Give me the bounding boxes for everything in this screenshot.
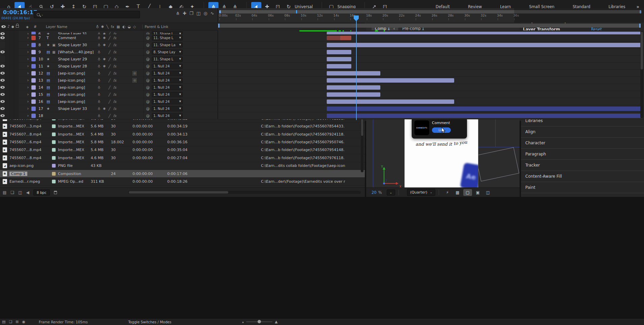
layer-collapse-switch[interactable]: ✱: [103, 107, 106, 111]
panel-section-item[interactable]: Tracker: [521, 160, 644, 171]
layer-label-swatch[interactable]: [31, 107, 36, 111]
layer-audio-cell[interactable]: [5, 70, 10, 77]
trash-icon[interactable]: [54, 191, 57, 194]
layer-shy-switch[interactable]: ♁: [98, 43, 100, 47]
layer-expand-icon[interactable]: ›: [25, 42, 31, 47]
magnification-dropdown[interactable]: ⌄: [387, 189, 396, 196]
layer-quality-switch[interactable]: ╱: [109, 43, 111, 47]
layer-audio-cell[interactable]: [5, 105, 10, 112]
layer-lock-cell[interactable]: [14, 34, 19, 41]
pickwhip-icon[interactable]: @: [146, 78, 150, 83]
layer-duration-bar[interactable]: [327, 92, 380, 97]
layer-extra-switch[interactable]: ⊞: [133, 78, 137, 83]
layer-shy-switch[interactable]: ♁: [98, 86, 100, 89]
layer-name[interactable]: Comment: [58, 36, 98, 40]
layer-visibility-icon[interactable]: [0, 114, 5, 117]
layer-solo-cell[interactable]: [10, 91, 14, 98]
layer-audio-cell[interactable]: [5, 77, 10, 84]
layer-fx-switch[interactable]: fx: [113, 114, 116, 118]
layer-quality-switch[interactable]: ╱: [109, 57, 111, 61]
project-table-row[interactable]: ▶ 7455607...6.mp4 Importe...MEX 5.8 MB 1…: [0, 138, 365, 146]
work-area-bar[interactable]: [218, 24, 641, 28]
layer-quality-switch[interactable]: ╱: [109, 36, 111, 40]
viewer-option-icon[interactable]: ◫: [484, 189, 492, 196]
layer-visibility-icon[interactable]: [0, 100, 5, 103]
layer-quality-switch[interactable]: ╱: [109, 50, 111, 54]
layer-shy-switch[interactable]: ♁: [98, 57, 100, 61]
layer-label-swatch[interactable]: [31, 114, 36, 118]
layer-quality-switch[interactable]: ╱: [109, 100, 111, 104]
layer-audio-cell[interactable]: [5, 91, 10, 98]
label-color-swatch[interactable]: [52, 124, 56, 128]
layer-lock-cell[interactable]: [14, 112, 19, 119]
switch-column-icon[interactable]: fx: [111, 25, 114, 29]
layer-name-column-header[interactable]: Layer Name: [46, 25, 96, 29]
viewer-option-icon[interactable]: ⚡: [443, 189, 452, 196]
item-name[interactable]: 7455607...8.mp4: [9, 156, 41, 160]
layer-duration-bar[interactable]: [327, 43, 641, 47]
layer-row[interactable]: › 13 ▤ [aep-icon.png] ♁ ✱ ╱ fx ⊞: [0, 77, 644, 84]
layer-visibility-icon[interactable]: [0, 72, 5, 75]
timeline-zoom-slider[interactable]: ▲ ▲: [242, 320, 277, 324]
layer-lock-cell[interactable]: [14, 63, 19, 70]
layer-duration-bar[interactable]: [327, 57, 351, 61]
pickwhip-icon[interactable]: @: [146, 50, 150, 54]
layer-visibility-icon[interactable]: [0, 79, 5, 82]
layer-name[interactable]: Shape Layer 28: [58, 64, 98, 68]
parent-dropdown[interactable]: 1. Null 24▼: [152, 85, 183, 90]
layer-track[interactable]: [217, 70, 644, 77]
layer-row[interactable]: › 7 T Comment ♁ ✱ ╱ fx: [0, 34, 644, 41]
project-table-row[interactable]: ▶ Earnedi...r.mpeg MPEG Op...ed 311 KB 0…: [0, 178, 365, 185]
layer-collapse-switch[interactable]: ✱: [103, 43, 106, 47]
layer-quality-switch[interactable]: ╱: [109, 86, 111, 89]
layer-shy-switch[interactable]: ♁: [98, 71, 100, 75]
layer-solo-cell[interactable]: [10, 77, 14, 84]
magnification-value[interactable]: 20: [372, 190, 377, 195]
panel-section-item[interactable]: Content-Aware Fill: [521, 171, 644, 182]
layer-duration-bar[interactable]: [327, 107, 641, 111]
layer-name[interactable]: [aep-icon.png]: [58, 99, 98, 104]
pickwhip-icon[interactable]: @: [146, 85, 150, 90]
layer-lock-cell[interactable]: [14, 70, 19, 77]
layer-lock-cell[interactable]: [14, 56, 19, 63]
label-color-swatch[interactable]: [52, 140, 56, 144]
layer-fx-switch[interactable]: fx: [113, 86, 116, 89]
switch-column-icon[interactable]: ♁: [96, 25, 99, 29]
layer-label-swatch[interactable]: [31, 50, 36, 54]
layer-solo-cell[interactable]: [10, 34, 14, 41]
label-color-swatch[interactable]: [52, 156, 56, 160]
layer-lock-cell[interactable]: [14, 49, 19, 56]
timeline-toolbar-icon[interactable]: ✚: [183, 11, 186, 16]
project-table-row[interactable]: ▶ 7455607...8.mp4 Importe...MEX 5.4 MB 3…: [0, 130, 365, 138]
layer-name[interactable]: [aep-icon.png]: [58, 92, 98, 97]
layer-expand-icon[interactable]: ›: [25, 50, 31, 54]
layer-track[interactable]: [217, 56, 644, 62]
project-table-row[interactable]: ▶ 7455607...8.mp4 Importe...MEX 4.6 MB 3…: [0, 154, 365, 162]
item-name[interactable]: Earnedi...r.mpeg: [9, 179, 40, 184]
layer-shy-switch[interactable]: ♁: [98, 36, 100, 40]
layer-row[interactable]: › 17 ★ Shape Layer 33 ♁ ✱ ╱ fx: [0, 105, 644, 112]
layer-quality-switch[interactable]: ╱: [109, 79, 111, 82]
status-bar-icon[interactable]: ❏: [9, 320, 12, 324]
layer-lock-cell[interactable]: [14, 77, 19, 84]
layer-track[interactable]: [217, 84, 644, 91]
layer-row[interactable]: › 16 ▤ [aep-icon.png] ♁ ✱ ╱ fx: [0, 98, 644, 105]
timeline-toolbar-icon[interactable]: ◫: [196, 11, 200, 16]
project-table-row[interactable]: ▶ 7455607...8.mp4 Importe...MEX 5.4 MB 3…: [0, 146, 365, 154]
layer-label-swatch[interactable]: [31, 71, 36, 76]
layer-track[interactable]: [217, 34, 644, 41]
pickwhip-icon[interactable]: @: [146, 64, 150, 68]
layer-visibility-icon[interactable]: [0, 93, 5, 96]
layer-expand-icon[interactable]: ›: [25, 106, 31, 111]
pickwhip-icon[interactable]: @: [146, 71, 150, 76]
layer-audio-cell[interactable]: [5, 41, 10, 49]
timeline-toolbar-icon[interactable]: ⋔: [176, 11, 180, 16]
timeline-toolbar-icon[interactable]: ◎: [204, 11, 207, 16]
panel-section-item[interactable]: Paragraph: [521, 149, 644, 160]
switch-column-icon[interactable]: ◇: [133, 25, 136, 29]
parent-dropdown[interactable]: 1. Null 24▼: [152, 78, 183, 83]
layer-visibility-icon[interactable]: [0, 107, 5, 110]
status-bar-icon[interactable]: ⊞: [16, 320, 19, 324]
timeline-toolbar-icon[interactable]: ❐: [189, 11, 194, 16]
layer-row[interactable]: › 9 ▤ ▦ [WhatsA....40.jpeg] ♁ ✱ ╱ fx: [0, 49, 644, 56]
